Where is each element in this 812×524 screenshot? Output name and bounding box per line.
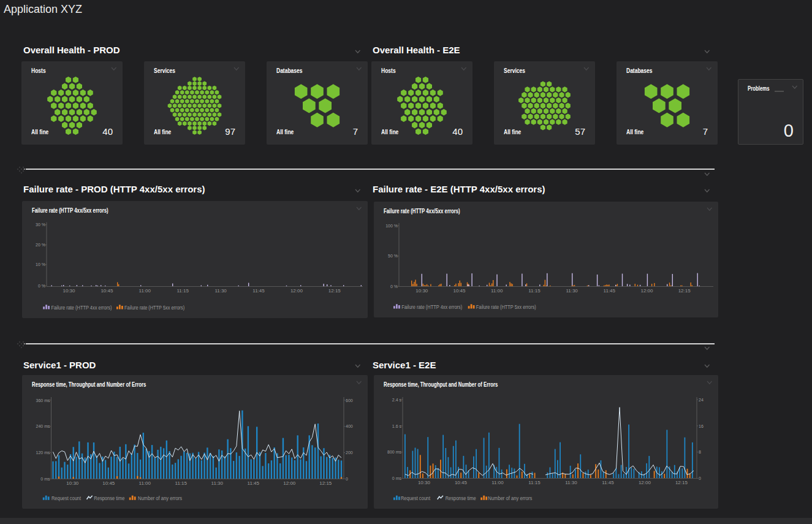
svg-text:Request count: Request count (401, 495, 430, 501)
svg-text:600: 600 (346, 398, 353, 403)
svg-text:12:15: 12:15 (678, 288, 691, 294)
svg-text:11:15: 11:15 (175, 480, 188, 486)
svg-text:11:30: 11:30 (211, 480, 224, 486)
svg-text:0 %: 0 % (390, 284, 398, 289)
svg-text:11:00: 11:00 (139, 480, 151, 486)
svg-text:800 ms: 800 ms (387, 450, 401, 454)
svg-text:Failure rate (HTTP 5xx errors): Failure rate (HTTP 5xx errors) (124, 305, 184, 311)
svg-text:10:45: 10:45 (101, 288, 113, 294)
svg-text:400: 400 (346, 424, 353, 428)
svg-text:Number of any errors: Number of any errors (488, 495, 532, 501)
svg-text:11:00: 11:00 (491, 288, 503, 294)
svg-text:10:45: 10:45 (455, 480, 468, 485)
svg-text:10:45: 10:45 (453, 288, 466, 294)
svg-text:0 ms: 0 ms (392, 476, 402, 480)
svg-text:12:15: 12:15 (675, 480, 688, 485)
svg-text:11:15: 11:15 (176, 288, 189, 294)
svg-text:Response time: Response time (446, 495, 476, 501)
svg-text:10:45: 10:45 (102, 480, 115, 486)
svg-text:10 %: 10 % (36, 262, 45, 267)
svg-text:12:15: 12:15 (328, 288, 341, 294)
svg-text:11:45: 11:45 (248, 480, 260, 486)
svg-text:11:15: 11:15 (528, 480, 541, 485)
svg-text:11:30: 11:30 (565, 480, 577, 485)
svg-text:0: 0 (346, 477, 348, 481)
svg-text:8: 8 (699, 450, 701, 454)
svg-text:24: 24 (699, 398, 704, 402)
svg-text:Failure rate (HTTP 4xx errors): Failure rate (HTTP 4xx errors) (401, 304, 462, 310)
svg-text:12:00: 12:00 (290, 288, 303, 294)
svg-text:1.6 s: 1.6 s (392, 424, 402, 428)
svg-text:10:30: 10:30 (415, 288, 428, 294)
svg-text:Failure rate (HTTP 5xx errors): Failure rate (HTTP 5xx errors) (476, 304, 536, 310)
svg-text:12:15: 12:15 (319, 480, 332, 486)
svg-text:100 %: 100 % (385, 224, 398, 228)
svg-text:11:45: 11:45 (252, 288, 265, 294)
svg-text:Failure rate (HTTP 4xx errors): Failure rate (HTTP 4xx errors) (51, 305, 112, 311)
svg-text:0 ms: 0 ms (40, 477, 50, 481)
svg-text:120 ms: 120 ms (36, 450, 50, 455)
svg-text:11:30: 11:30 (566, 288, 578, 294)
svg-text:12:00: 12:00 (283, 480, 296, 486)
svg-text:11:00: 11:00 (491, 480, 504, 485)
svg-text:240 ms: 240 ms (36, 424, 50, 428)
svg-text:0: 0 (699, 476, 701, 480)
svg-text:11:15: 11:15 (528, 288, 541, 294)
svg-text:30 %: 30 % (36, 222, 45, 227)
svg-text:12:00: 12:00 (640, 288, 653, 294)
svg-text:12:00: 12:00 (639, 480, 651, 485)
svg-text:11:45: 11:45 (602, 480, 614, 485)
svg-text:11:30: 11:30 (214, 288, 227, 294)
svg-text:360 ms: 360 ms (36, 398, 50, 403)
svg-text:10:30: 10:30 (418, 480, 431, 485)
svg-text:10:30: 10:30 (66, 480, 79, 486)
svg-text:11:00: 11:00 (139, 288, 151, 294)
svg-text:200: 200 (346, 450, 353, 455)
svg-text:0 %: 0 % (38, 284, 45, 288)
svg-text:50 %: 50 % (388, 254, 398, 258)
svg-text:16: 16 (699, 424, 704, 428)
svg-text:Number of any errors: Number of any errors (138, 495, 182, 501)
svg-text:10:30: 10:30 (63, 288, 75, 294)
svg-text:Response time: Response time (94, 495, 124, 501)
svg-text:Request count: Request count (51, 495, 81, 501)
svg-text:2.4 s: 2.4 s (392, 398, 402, 402)
svg-text:11:45: 11:45 (604, 288, 616, 294)
svg-text:20 %: 20 % (36, 243, 45, 247)
